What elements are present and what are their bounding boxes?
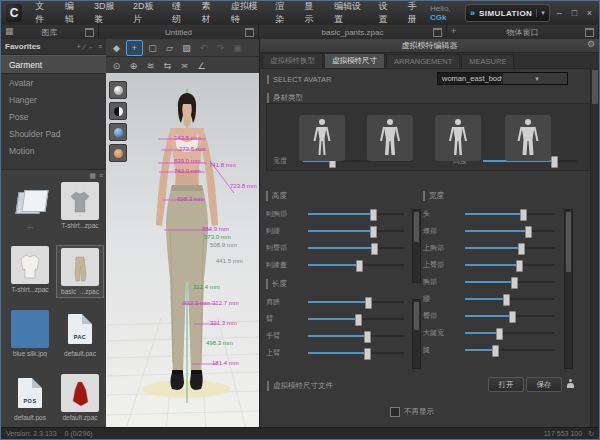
chevron-down-icon[interactable]: ▾ (502, 73, 567, 84)
menu-设置[interactable]: 设置 (371, 0, 400, 26)
file-item[interactable]: T-shirt...zpac (57, 182, 103, 229)
maximize-button[interactable]: □ (569, 7, 580, 19)
body-type-thumb-2[interactable] (367, 115, 413, 161)
slider-track-到膝盖[interactable] (308, 264, 404, 266)
menu-虚拟模特[interactable]: 虚拟模特 (224, 0, 269, 26)
slider-handle[interactable] (370, 226, 377, 238)
menu-渲染[interactable]: 渲染 (268, 0, 297, 26)
slider-track-腰[interactable] (465, 298, 555, 300)
menu-编辑[interactable]: 编辑 (58, 0, 87, 26)
close-button[interactable]: × (584, 7, 595, 19)
edit-icon[interactable]: ∕ (84, 43, 85, 50)
angle-measure-tool[interactable]: ∠ (194, 59, 209, 73)
slider-handle[interactable] (509, 311, 516, 323)
view2d-pane-header[interactable]: basic_pants.zpac (259, 25, 447, 39)
measure-tool[interactable]: ≍ (177, 59, 192, 73)
slider-track-颈部[interactable] (465, 230, 555, 232)
slider-track-头[interactable] (465, 213, 555, 215)
slider-track-到臀部[interactable] (308, 247, 404, 249)
add-icon[interactable]: + (451, 26, 456, 36)
scrollbar[interactable] (412, 209, 421, 283)
slider-track-胸部[interactable] (465, 281, 555, 283)
slider-track-大腿宽[interactable] (465, 332, 555, 334)
sidebar-item-avatar[interactable]: Avatar (1, 74, 106, 91)
slider-track-上胸部[interactable] (465, 247, 555, 249)
open-button[interactable]: 打开 (488, 377, 524, 392)
select-mesh-tool[interactable]: ▨ (179, 41, 194, 55)
viewport-canvas[interactable]: 343.5 mm273.5 mm839.0 mm741.8 mm743.0 mm… (106, 73, 259, 427)
slider-handle[interactable] (492, 345, 499, 357)
menu-手册[interactable]: 手册 (401, 0, 430, 26)
sidebar-item-garment[interactable]: Garment (1, 55, 106, 74)
simulation-button[interactable]: » SIMULATION ▾ (465, 4, 550, 22)
sidebar-item-hanger[interactable]: Hanger (1, 91, 106, 108)
slider-handle[interactable] (520, 209, 527, 221)
file-item[interactable]: default.zpac (57, 374, 103, 421)
save-button[interactable]: 保存 (526, 377, 562, 392)
slider-track-到腰[interactable] (308, 230, 404, 232)
menu-缝纫[interactable]: 缝纫 (165, 0, 194, 26)
gear-icon[interactable]: ⚙ (587, 39, 595, 49)
slider-handle[interactable] (364, 348, 371, 360)
slider-track-臂[interactable] (308, 318, 404, 320)
box-select-tool[interactable]: ▢ (145, 41, 160, 55)
slider-track-手臂[interactable] (308, 335, 404, 337)
sidebar-item-shoulder-pad[interactable]: Shoulder Pad (1, 125, 106, 142)
sidebar-item-pose[interactable]: Pose (1, 108, 106, 125)
detach-icon[interactable] (433, 28, 442, 37)
slider-handle[interactable] (355, 314, 362, 326)
avatar-file-icon[interactable] (564, 377, 577, 390)
pin-box-tool[interactable]: ⊕ (126, 59, 141, 73)
slider-track-上臀部[interactable] (465, 264, 555, 266)
slider-handle[interactable] (518, 243, 525, 255)
sidebar-item-motion[interactable]: Motion (1, 142, 106, 159)
menu-icon[interactable]: ≡ (98, 43, 102, 50)
panel-scrollbar[interactable] (590, 67, 599, 427)
slider-handle[interactable] (371, 243, 378, 255)
menu-素材[interactable]: 素材 (194, 0, 223, 26)
slider-handle[interactable] (365, 297, 372, 309)
select-move-tool[interactable]: + (126, 40, 143, 56)
slider-handle[interactable] (364, 331, 371, 343)
menu-显示[interactable]: 显示 (298, 0, 327, 26)
body-type-thumb-3[interactable] (435, 115, 481, 161)
list-view-icon[interactable]: ≡ (99, 172, 103, 180)
detach-icon[interactable] (245, 28, 254, 37)
wind-tool[interactable]: ≋ (143, 59, 158, 73)
simulate-icon[interactable]: ◆ (109, 41, 124, 55)
slider-handle[interactable] (370, 209, 377, 221)
texture-display-toggle[interactable] (109, 123, 127, 141)
library-add-icon[interactable]: ▦ (5, 26, 14, 36)
file-item[interactable]: POSdefault.pos (7, 374, 53, 421)
refresh-icon[interactable]: ↻ (588, 430, 594, 438)
slider-handle[interactable] (511, 277, 518, 289)
tab-MEASURE[interactable]: MEASURE (461, 54, 514, 68)
file-item[interactable]: ... (7, 182, 53, 229)
avatar-select-dropdown[interactable]: woman_east_body_V0_2_2 ▾ (437, 72, 568, 85)
menu-编辑设置[interactable]: 编辑设置 (327, 0, 372, 26)
mesh-display-toggle[interactable] (109, 102, 127, 120)
slider-handle[interactable] (551, 156, 558, 168)
slider-handle[interactable] (356, 260, 363, 272)
file-item[interactable]: basic_...zpac (57, 246, 103, 297)
body-type-thumb-4[interactable] (505, 115, 551, 161)
grid-view-icon[interactable]: ▦ (89, 172, 96, 180)
slider-handle[interactable] (503, 294, 510, 306)
menu-2D板片[interactable]: 2D板片 (126, 0, 165, 26)
slider-track-肩膀[interactable] (308, 301, 404, 303)
slider-handle[interactable] (516, 260, 523, 272)
slider-track-到胸部[interactable] (308, 213, 404, 215)
add-favorite-icon[interactable]: + (77, 43, 81, 50)
scrollbar[interactable] (412, 299, 421, 369)
chevron-down-icon[interactable]: ▾ (536, 9, 545, 17)
avatar-display-toggle[interactable] (109, 144, 127, 162)
render-style-toggle[interactable] (109, 81, 127, 99)
tab-ARRANGEMENT[interactable]: ARRANGEMENT (386, 54, 460, 68)
slider-track-上臂[interactable] (308, 352, 404, 354)
minimize-button[interactable]: – (554, 7, 565, 19)
view3d-pane-header[interactable]: Untitled (99, 25, 259, 39)
menu-文件[interactable]: 文件 (28, 0, 57, 26)
back-icon[interactable]: ← (88, 43, 95, 50)
slider-handle[interactable] (496, 328, 503, 340)
body-type-thumb-1[interactable] (299, 115, 345, 161)
